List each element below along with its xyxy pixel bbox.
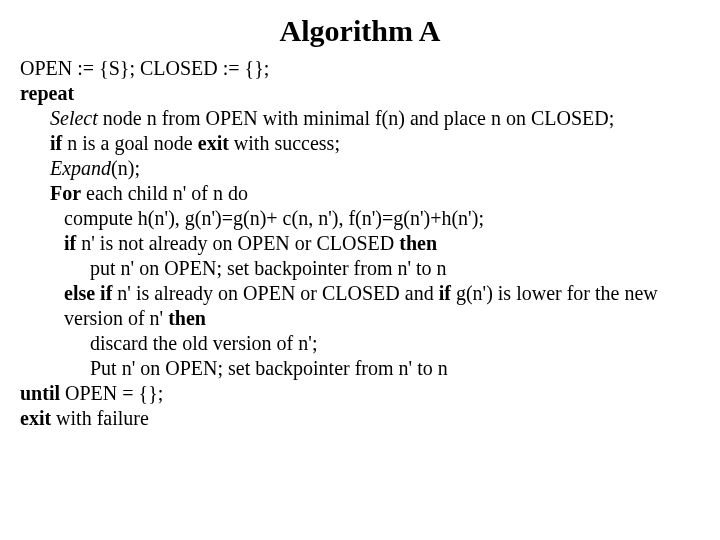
slide-title: Algorithm A: [20, 12, 700, 50]
kw-exit: exit: [198, 132, 229, 154]
algorithm-slide: Algorithm A OPEN := {S}; CLOSED := {}; r…: [0, 0, 720, 431]
line-put-open-2: Put n' on OPEN; set backpointer from n' …: [20, 356, 700, 381]
kw-then: then: [399, 232, 437, 254]
line-expand: Expand(n);: [20, 156, 700, 181]
kw-then: then: [168, 307, 206, 329]
line-if-notalready: if n' is not already on OPEN or CLOSED t…: [20, 231, 700, 256]
kw-elseif: else if: [64, 282, 112, 304]
text: Put n' on OPEN; set backpointer from n' …: [90, 357, 448, 379]
text: OPEN = {};: [60, 382, 163, 404]
kw-until: until: [20, 382, 60, 404]
text: compute h(n'), g(n')=g(n)+ c(n, n'), f(n…: [64, 207, 484, 229]
kw-if: if: [439, 282, 451, 304]
text: with failure: [51, 407, 149, 429]
kw-repeat: repeat: [20, 82, 74, 104]
line-exit-failure: exit with failure: [20, 406, 700, 431]
line-repeat: repeat: [20, 81, 700, 106]
line-until: until OPEN = {};: [20, 381, 700, 406]
text: each child n' of n do: [81, 182, 248, 204]
text: discard the old version of n';: [90, 332, 317, 354]
kw-if: if: [50, 132, 62, 154]
text: node n from OPEN with minimal f(n) and p…: [98, 107, 615, 129]
kw-exit: exit: [20, 407, 51, 429]
text: OPEN := {S}; CLOSED := {};: [20, 57, 269, 79]
line-discard: discard the old version of n';: [20, 331, 700, 356]
kw-select: Select: [50, 107, 98, 129]
kw-for: For: [50, 182, 81, 204]
line-select: Select node n from OPEN with minimal f(n…: [20, 106, 700, 131]
line-init: OPEN := {S}; CLOSED := {};: [20, 56, 700, 81]
kw-if: if: [64, 232, 76, 254]
line-if-goal: if n is a goal node exit with success;: [20, 131, 700, 156]
text: n is a goal node: [62, 132, 198, 154]
line-compute: compute h(n'), g(n')=g(n)+ c(n, n'), f(n…: [20, 206, 700, 231]
kw-expand: Expand: [50, 157, 111, 179]
line-for: For each child n' of n do: [20, 181, 700, 206]
text: put n' on OPEN; set backpointer from n' …: [90, 257, 447, 279]
text: with success;: [229, 132, 340, 154]
text: (n);: [111, 157, 140, 179]
line-put-open: put n' on OPEN; set backpointer from n' …: [20, 256, 700, 281]
text: n' is not already on OPEN or CLOSED: [76, 232, 399, 254]
line-elseif: else if n' is already on OPEN or CLOSED …: [20, 281, 700, 331]
text: n' is already on OPEN or CLOSED and: [112, 282, 438, 304]
